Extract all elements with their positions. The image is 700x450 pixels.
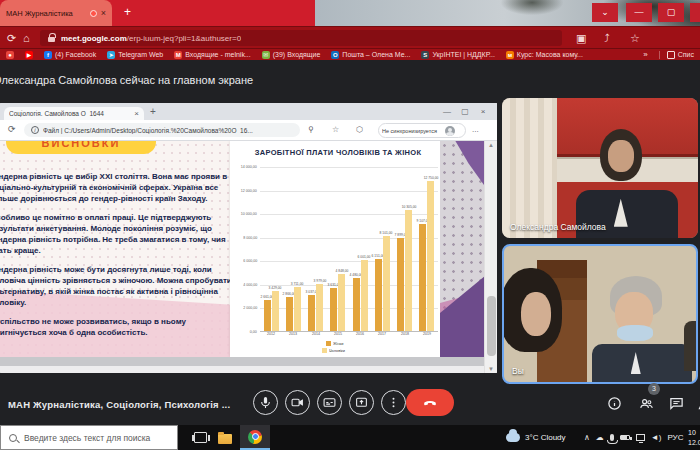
chart-plot: 2 661,003 429,0020122 866,003 711,002013… (260, 167, 438, 332)
chrome-icon (248, 430, 262, 444)
reading-list-icon (667, 51, 675, 59)
bar-group-2018: 7 899,0010 305,002018 (397, 167, 412, 331)
volume-icon[interactable]: ◄) (651, 433, 662, 442)
maximize-icon[interactable]: ▢ (658, 3, 684, 22)
edge-tab-close-icon[interactable]: × (134, 109, 139, 118)
more-vert-icon (387, 396, 400, 409)
onedrive-cloud-icon[interactable]: ☁ (596, 433, 604, 442)
edge-close-icon[interactable]: × (476, 105, 490, 118)
favorites-star-icon[interactable]: ☆ (332, 125, 339, 134)
scrollbar-thumb[interactable] (487, 296, 496, 356)
edge-minimize-icon[interactable]: — (440, 105, 454, 118)
bookmark-item-3[interactable]: ➤Telegram Web (107, 51, 163, 59)
y-axis-tick: 14 000,00 (241, 165, 257, 169)
more-options-button[interactable] (381, 390, 406, 415)
microphone-button[interactable] (253, 390, 278, 415)
taskbar-weather[interactable]: 3°C Cloudy (506, 425, 566, 450)
bookmark-favicon: м (506, 51, 514, 59)
activities-button[interactable] (694, 393, 700, 413)
edge-maximize-icon[interactable]: ▢ (458, 105, 472, 118)
reading-list-button[interactable]: Спис (659, 51, 694, 59)
bookmark-item-6[interactable]: OПошта – Олена Ме... (331, 51, 410, 59)
bar-Чоловіки-2016: 6 001,00 (361, 260, 368, 331)
browser-taskbar-button[interactable] (240, 425, 270, 450)
captions-button[interactable] (317, 390, 342, 415)
camera-button[interactable] (285, 390, 310, 415)
slide-paragraph-1: Особливо це помітно в оплаті праці. Це п… (0, 212, 242, 256)
firefox-active-tab[interactable]: МАН Журналістика × (0, 0, 112, 26)
bookmark-item-8[interactable]: мКурс: Масова кому... (506, 51, 583, 59)
edge-toolbar: ⟳ i Файл | C:/Users/Admin/Desktop/Соціол… (0, 120, 497, 141)
bar-Жінки-2012: 2 661,00 (264, 300, 271, 331)
home-icon[interactable]: ⌂ (23, 31, 30, 45)
scroll-down-icon[interactable]: ▼ (485, 366, 497, 372)
video-tile-you[interactable]: Вы (502, 244, 698, 384)
file-explorer-button[interactable] (216, 429, 233, 446)
slide-heading-pill: ВИСНОВКИ (6, 141, 156, 154)
bookmark-item-2[interactable]: f(4) Facebook (44, 51, 96, 59)
battery-icon[interactable] (620, 435, 630, 440)
extensions-icon[interactable]: ⬡ (356, 125, 363, 134)
participant-name: Олександра Самойлова (510, 222, 606, 232)
reload-icon[interactable]: ⟳ (7, 31, 16, 45)
taskbar-search-input[interactable]: Введите здесь текст для поиска (0, 425, 178, 450)
bookmark-item-7[interactable]: SУкрІНТЕІ | НДДКР... (421, 51, 494, 59)
legend-swatch (326, 341, 331, 346)
y-axis-tick: 0,00 (250, 330, 257, 334)
bookmark-item-4[interactable]: MВходящие - melnik... (174, 51, 250, 59)
language-indicator[interactable]: РУС (667, 433, 683, 442)
video-tile-oleksandra[interactable]: Олександра Самойлова (502, 98, 698, 238)
edge-scrollbar[interactable]: ▲ ▼ (484, 141, 497, 373)
bookmarks-overflow-chevron[interactable]: » (643, 50, 647, 59)
tab-sharing-camera-icon[interactable]: ▣ (576, 31, 586, 45)
present-button[interactable] (349, 390, 374, 415)
bar-Чоловіки-2018: 10 305,00 (405, 210, 412, 331)
end-call-button[interactable] (406, 389, 454, 416)
zoom-icon[interactable]: ⚲ (308, 125, 314, 134)
address-bar[interactable]: meet.google.com/erp-iuum-jeq?pli=1&authu… (40, 30, 562, 46)
network-icon[interactable] (636, 434, 645, 441)
edge-address-bar[interactable]: i Файл | C:/Users/Admin/Desktop/Соціолог… (24, 123, 300, 137)
captions-icon (323, 396, 336, 409)
bookmark-item-5[interactable]: ✉(39) Входящие (262, 51, 321, 59)
task-view-button[interactable] (192, 429, 209, 446)
y-axis-tick: 10 000,00 (241, 212, 257, 216)
list-tabs-icon[interactable]: ⌄ (592, 3, 618, 22)
page-bottom-band (0, 357, 484, 366)
bookmark-label: (39) Входящие (273, 51, 321, 58)
minimize-icon[interactable]: — (626, 3, 652, 22)
profile-avatar (445, 126, 455, 136)
bar-Чоловіки-2017: 8 101,00 (383, 236, 390, 331)
bar-Жінки-2015: 3 631,00 (330, 288, 337, 331)
page-info-icon[interactable]: i (31, 126, 39, 134)
y-axis-tick: 12 000,00 (241, 189, 257, 193)
participants-count-badge: 3 (648, 383, 660, 395)
bookmark-item-0[interactable]: ● (6, 51, 14, 59)
new-tab-button[interactable]: + (120, 5, 135, 20)
close-icon[interactable]: × (690, 3, 700, 22)
edge-menu-icon[interactable]: ... (472, 125, 479, 134)
sync-profile-button[interactable]: Не синхронизируется (378, 123, 466, 138)
bookmark-favicon: M (174, 51, 182, 59)
participants-button[interactable] (636, 393, 656, 413)
bookmark-star-icon[interactable]: ☆ (630, 31, 640, 45)
meeting-details-button[interactable] (604, 393, 624, 413)
x-axis-label: 2015 (334, 332, 342, 336)
scroll-up-icon[interactable]: ▲ (485, 142, 497, 148)
edge-new-tab-button[interactable]: + (150, 106, 156, 117)
bar-group-2016: 4 480,006 001,002016 (353, 167, 368, 331)
bookmark-item-1[interactable]: ▶ (25, 51, 33, 59)
tab-close-icon[interactable]: × (101, 8, 106, 18)
chat-button[interactable] (666, 393, 686, 413)
bar-Жінки-2017: 6 151,00 (375, 259, 382, 331)
taskbar-clock[interactable]: 10 12.02 (688, 428, 700, 448)
share-page-icon[interactable]: ⤴ (604, 31, 610, 45)
tray-microphone-icon[interactable] (610, 434, 614, 441)
edge-active-tab[interactable]: Соціологія. Самойлова О_1644 × (4, 107, 144, 120)
hidden-icons-chevron[interactable]: ∧ (584, 433, 590, 442)
chart-legend: ЖінкиЧоловіки (230, 340, 446, 354)
bar-Жінки-2019: 9 107,00 (419, 224, 426, 331)
bar-value-label: 4 848,00 (335, 270, 348, 273)
bookmark-favicon: ▶ (25, 51, 33, 59)
edge-reload-icon[interactable]: ⟳ (8, 124, 16, 134)
